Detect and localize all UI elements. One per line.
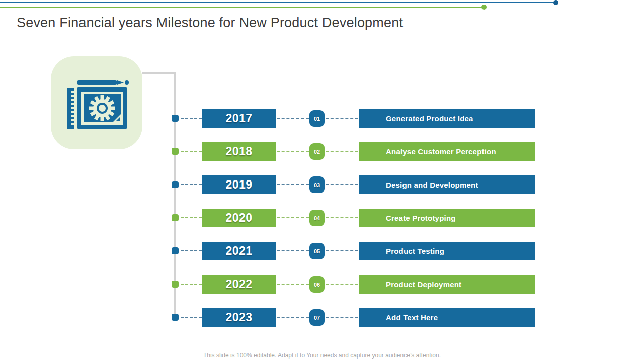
step-number: 05	[314, 248, 320, 254]
dashed-connector-right	[326, 184, 358, 185]
timeline-row: 2018 02 Analyse Customer Perception	[0, 142, 644, 161]
year-box[interactable]: 2017	[202, 109, 276, 128]
dashed-connector-right	[326, 250, 358, 251]
year-label: 2022	[225, 278, 252, 291]
dashed-connector-left	[181, 250, 202, 251]
timeline-row: 2019 03 Design and Development	[0, 175, 644, 194]
timeline-row: 2017 01 Generated Product Idea	[0, 109, 644, 128]
milestone-box[interactable]: Generated Product Idea	[359, 109, 535, 128]
milestone-label: Create Prototyping	[386, 214, 456, 222]
timeline-node-dot	[172, 247, 179, 254]
dashed-connector-left	[181, 151, 202, 152]
dashed-connector-middle	[277, 250, 309, 251]
timeline-node-dot	[172, 148, 179, 155]
dashed-connector-middle	[277, 151, 309, 152]
timeline-row: 2023 07 Add Text Here	[0, 308, 644, 327]
dashed-connector-middle	[277, 118, 309, 119]
year-label: 2018	[225, 145, 252, 158]
timeline-row: 2021 05 Product Testing	[0, 242, 644, 260]
milestone-label: Product Testing	[386, 247, 444, 255]
year-box[interactable]: 2021	[202, 242, 276, 260]
year-label: 2017	[225, 112, 252, 125]
year-box[interactable]: 2022	[202, 275, 276, 294]
dashed-connector-middle	[277, 184, 309, 185]
timeline-row: 2020 04 Create Prototyping	[0, 209, 644, 227]
step-number: 06	[314, 282, 320, 288]
step-number-badge[interactable]: 05	[309, 243, 325, 259]
dashed-connector-right	[326, 217, 358, 218]
step-number-badge[interactable]: 01	[309, 110, 325, 127]
milestone-box[interactable]: Product Deployment	[359, 275, 535, 294]
year-box[interactable]: 2020	[202, 209, 276, 227]
timeline-node-dot	[172, 214, 179, 221]
step-number-badge[interactable]: 03	[309, 176, 325, 193]
step-number: 01	[314, 116, 320, 122]
step-number: 07	[314, 315, 320, 321]
step-number-badge[interactable]: 02	[309, 143, 325, 160]
year-box[interactable]: 2023	[202, 308, 276, 327]
year-label: 2020	[225, 211, 252, 225]
dashed-connector-middle	[277, 284, 309, 285]
timeline-node-dot	[172, 314, 179, 321]
timeline-row: 2022 06 Product Deployment	[0, 275, 644, 294]
milestone-box[interactable]: Product Testing	[359, 242, 535, 260]
dashed-connector-left	[181, 118, 202, 119]
milestone-label: Product Deployment	[386, 280, 461, 289]
dashed-connector-left	[181, 184, 202, 185]
dashed-connector-right	[326, 284, 358, 285]
year-box[interactable]: 2018	[202, 142, 276, 161]
milestone-box[interactable]: Analyse Customer Perception	[359, 142, 535, 161]
milestone-label: Generated Product Idea	[386, 114, 473, 123]
milestone-box[interactable]: Add Text Here	[359, 308, 535, 327]
timeline-node-dot	[172, 281, 179, 288]
step-number-badge[interactable]: 04	[309, 210, 325, 226]
step-number-badge[interactable]: 06	[309, 276, 325, 293]
milestone-label: Add Text Here	[386, 313, 438, 322]
timeline: 2017 01 Generated Product Idea 2018 02 A…	[0, 0, 644, 362]
step-number: 03	[314, 182, 320, 188]
milestone-box[interactable]: Design and Development	[359, 175, 535, 194]
footer-note: This slide is 100% editable. Adapt it to…	[0, 352, 644, 359]
step-number: 04	[314, 215, 320, 221]
timeline-node-dot	[172, 115, 179, 122]
dashed-connector-right	[326, 317, 358, 318]
slide-canvas: Seven Financial years Milestone for New …	[0, 0, 644, 362]
dashed-connector-middle	[277, 217, 309, 218]
dashed-connector-left	[181, 317, 202, 318]
step-number: 02	[314, 149, 320, 155]
year-label: 2023	[225, 311, 252, 324]
year-label: 2021	[225, 244, 252, 258]
dashed-connector-right	[326, 151, 358, 152]
dashed-connector-middle	[277, 317, 309, 318]
year-box[interactable]: 2019	[202, 175, 276, 194]
year-label: 2019	[225, 178, 252, 192]
dashed-connector-right	[326, 118, 358, 119]
milestone-label: Design and Development	[386, 180, 478, 189]
step-number-badge[interactable]: 07	[309, 309, 325, 326]
milestone-box[interactable]: Create Prototyping	[359, 209, 535, 227]
dashed-connector-left	[181, 284, 202, 285]
milestone-label: Analyse Customer Perception	[386, 147, 496, 156]
timeline-node-dot	[172, 181, 179, 188]
dashed-connector-left	[181, 217, 202, 218]
